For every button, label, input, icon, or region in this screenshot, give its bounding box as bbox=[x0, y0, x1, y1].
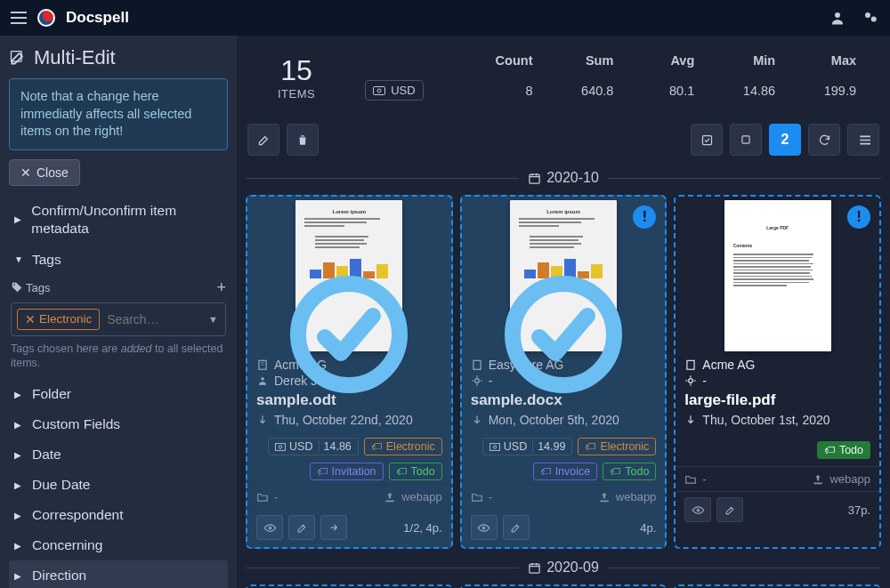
col-count: Count bbox=[459, 50, 540, 71]
col-min: Min bbox=[701, 50, 782, 71]
building-icon bbox=[471, 358, 483, 371]
preview-button[interactable] bbox=[684, 497, 711, 522]
card-footer: - webapp bbox=[247, 484, 451, 509]
card-actions: 37p. bbox=[676, 491, 879, 529]
section-concerning[interactable]: ▶Concerning bbox=[9, 530, 228, 560]
tags-help-text: Tags chosen here are added to all select… bbox=[11, 342, 226, 371]
svg-point-24 bbox=[697, 509, 700, 511]
target-icon bbox=[471, 375, 483, 387]
top-bar: Docspell bbox=[0, 0, 890, 36]
preview-button[interactable] bbox=[256, 515, 283, 540]
svg-rect-13 bbox=[276, 443, 286, 450]
svg-rect-9 bbox=[530, 174, 539, 183]
section-folder[interactable]: ▶Folder bbox=[9, 379, 228, 409]
svg-rect-7 bbox=[702, 135, 711, 144]
svg-rect-8 bbox=[742, 136, 749, 143]
svg-rect-11 bbox=[259, 360, 266, 369]
svg-point-12 bbox=[261, 377, 264, 381]
section-custom-fields[interactable]: ▶Custom Fields bbox=[9, 409, 228, 439]
card-pages: 1/2, 4p. bbox=[403, 521, 441, 535]
section-date[interactable]: ▶Date bbox=[9, 439, 228, 470]
sidebar-title: Multi-Edit bbox=[9, 43, 228, 78]
card-org: Acme AG bbox=[702, 358, 755, 372]
building-icon bbox=[256, 358, 269, 371]
items-count: 15 ITEMS bbox=[278, 54, 315, 101]
date-divider: 2020-10 bbox=[246, 170, 881, 186]
card-pages: 4p. bbox=[640, 521, 656, 535]
arrow-down-icon bbox=[256, 414, 269, 426]
card-footer: - webapp bbox=[676, 466, 879, 491]
section-due-date[interactable]: ▶Due Date bbox=[9, 470, 228, 500]
thumbnail: Large PDF Contents bbox=[724, 200, 831, 351]
item-card[interactable]: Lorem ipsum bbox=[674, 584, 881, 588]
user-icon[interactable] bbox=[829, 10, 846, 26]
sidebar-title-text: Multi-Edit bbox=[34, 46, 116, 69]
item-card[interactable]: ! Large PDF Contents Acme AG - large-fil… bbox=[674, 195, 881, 549]
tag-invoice: 🏷 Invoice bbox=[533, 463, 598, 480]
edit-button[interactable] bbox=[247, 124, 279, 156]
currency-badge: USD bbox=[365, 80, 423, 101]
svg-point-23 bbox=[689, 379, 693, 383]
close-icon: ✕ bbox=[20, 165, 31, 180]
chevron-down-icon[interactable]: ▼ bbox=[208, 314, 218, 325]
edit-item-button[interactable] bbox=[716, 497, 743, 522]
amount-pill: USD14.86 bbox=[268, 438, 359, 455]
main-content: 15 ITEMS Count Sum Avg Min Max USD bbox=[237, 36, 890, 588]
sidebar: Multi-Edit Note that a change here immed… bbox=[0, 36, 237, 588]
selected-check-icon bbox=[497, 268, 630, 401]
add-tag-icon[interactable]: + bbox=[216, 278, 226, 297]
card-date: Thu, October 22nd, 2020 bbox=[274, 413, 413, 427]
val-min: 14.86 bbox=[701, 80, 782, 101]
select-all-button[interactable] bbox=[691, 124, 723, 156]
logo bbox=[37, 9, 55, 27]
card-actions: 1/2, 4p. bbox=[247, 509, 451, 547]
refresh-button[interactable] bbox=[808, 124, 840, 156]
card-pages: 37p. bbox=[848, 503, 870, 517]
upload-icon bbox=[812, 473, 824, 486]
tags-subsection: Tags + ✕Electronic ▼ Tags chosen here ar… bbox=[9, 275, 228, 380]
preview-button[interactable] bbox=[471, 515, 498, 540]
svg-point-1 bbox=[865, 12, 870, 18]
item-card[interactable]: Lorem ipsum Acme AG Derek Jeter sample.o… bbox=[246, 195, 453, 549]
delete-button[interactable] bbox=[287, 124, 319, 156]
col-max: Max bbox=[782, 50, 863, 71]
card-filename: large-file.pdf bbox=[684, 391, 870, 409]
item-card[interactable]: ! Lorem ipsum EasyCare AG - sample.docx bbox=[460, 195, 668, 549]
card-row: Invoice in PDF Lorem ipsum bbox=[246, 584, 881, 588]
selected-count-badge[interactable]: 2 bbox=[769, 124, 801, 156]
edit-item-button[interactable] bbox=[503, 515, 530, 540]
section-confirm[interactable]: ▶Confirm/Unconfirm item metadata bbox=[9, 195, 228, 245]
stats-bar: 15 ITEMS Count Sum Avg Min Max USD bbox=[246, 36, 881, 118]
section-direction[interactable]: ▶Direction bbox=[9, 560, 228, 588]
card-date: Thu, October 1st, 2020 bbox=[702, 413, 829, 427]
close-button[interactable]: ✕ Close bbox=[9, 159, 80, 186]
amount-pill: USD14.99 bbox=[482, 438, 573, 455]
tag-combobox[interactable]: ✕Electronic ▼ bbox=[11, 302, 226, 336]
tag-chip-electronic[interactable]: ✕Electronic bbox=[17, 309, 100, 330]
arrow-down-icon bbox=[471, 414, 483, 426]
svg-point-21 bbox=[482, 527, 485, 529]
settings-icon[interactable] bbox=[862, 10, 879, 26]
open-button[interactable] bbox=[320, 515, 347, 540]
menu-toggle[interactable] bbox=[11, 12, 27, 24]
tag-todo: 🏷 Todo bbox=[817, 441, 870, 459]
section-correspondent[interactable]: ▶Correspondent bbox=[9, 500, 228, 530]
item-card[interactable]: Invoice in PDF bbox=[246, 584, 453, 588]
select-none-button[interactable] bbox=[730, 124, 762, 156]
card-person: - bbox=[702, 374, 707, 388]
list-view-button[interactable] bbox=[847, 124, 879, 156]
section-tags[interactable]: ▼Tags bbox=[9, 245, 228, 275]
brand-name: Docspell bbox=[66, 9, 129, 27]
svg-point-6 bbox=[377, 89, 381, 93]
card-row: Lorem ipsum Acme AG Derek Jeter sample.o… bbox=[246, 195, 881, 549]
svg-point-0 bbox=[835, 12, 840, 18]
item-card[interactable] bbox=[460, 584, 668, 588]
edit-item-button[interactable] bbox=[288, 515, 315, 540]
person-icon bbox=[256, 375, 269, 387]
card-footer: - webapp bbox=[462, 484, 666, 509]
col-avg: Avg bbox=[620, 50, 701, 71]
tag-icon bbox=[11, 281, 23, 294]
target-icon bbox=[684, 375, 697, 387]
tag-invitation: 🏷 Invitation bbox=[310, 463, 384, 480]
svg-rect-17 bbox=[473, 360, 481, 369]
